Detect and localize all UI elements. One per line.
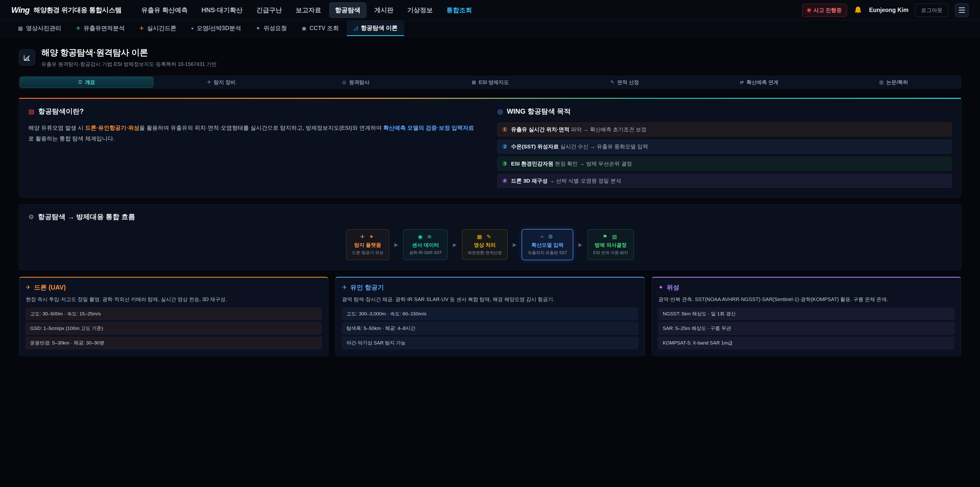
document-icon: ▥ xyxy=(879,80,883,85)
tab-label: 면적 산정 xyxy=(617,79,639,86)
spec-row: NGSST: 5km 해상도 · 일 1회 갱신 xyxy=(659,308,954,320)
topbar-right: 사고 진행중 Eunjeong Kim 로그아웃 xyxy=(802,3,969,17)
remote-sensing-icon: ◎ xyxy=(342,80,346,85)
logout-button[interactable]: 로그아웃 xyxy=(915,3,948,17)
theory-tabs: ☰ 개요 ✈ 탐지 장비 ◎ 원격탐사 ▦ ESI 방제지도 ✎ 면적 산정 ⇄… xyxy=(19,76,961,89)
drone-card-heading: ✈ 드론 (UAV) xyxy=(26,283,321,292)
page-header: 해양 항공탐색·원격탐사 이론 유출유 원격탐지·항공감시 기법·ESI 방제정… xyxy=(19,47,961,68)
aircraft-card-heading: ✈ 유인 항공기 xyxy=(342,283,638,292)
sensor-icons: ◉ ≋ xyxy=(409,234,442,240)
satellite-card-heading: ✦ 위성 xyxy=(659,283,954,292)
circled-number-icon: ② xyxy=(502,143,507,150)
purpose-list: ① 유출유 실시간 위치·면적 파악 → 확산예측 초기조건 보정 ② 수온(S… xyxy=(497,123,952,188)
circled-number-icon: ① xyxy=(502,126,507,133)
arrow-right-icon: ▶ xyxy=(394,241,398,248)
what-is-heading: ▤ 항공탐색이란? xyxy=(28,107,483,116)
drone-icon: ✈ xyxy=(26,284,30,291)
flow-step-model-input: ≈ ⚙ 확산모델 입력 유출위치·유출량·SST xyxy=(522,229,573,260)
subnav-item-image-management[interactable]: ▦ 영상사진관리 xyxy=(11,21,68,36)
nav-item-aerial-search[interactable]: 항공탐색 xyxy=(329,2,366,18)
map-icon: ▦ xyxy=(472,80,476,85)
tab-overview[interactable]: ☰ 개요 xyxy=(20,77,153,88)
nav-item-board[interactable]: 게시판 xyxy=(369,2,399,18)
main-nav: 유출유 확산예측 HNS·대기확산 긴급구난 보고자료 항공탐색 게시판 기상정… xyxy=(135,2,478,18)
card-title: 유인 항공기 xyxy=(350,283,384,292)
flow-step-detection-platform: ✈ ✦ 탐지 플랫폼 드론·항공기·위성 xyxy=(346,229,389,260)
subnav-item-label: 실시간드론 xyxy=(147,24,177,32)
incident-badge-label: 사고 진행중 xyxy=(814,6,842,14)
subnav-item-label: 영상사진관리 xyxy=(26,24,61,32)
tab-prediction-link[interactable]: ⇄ 확산예측 연계 xyxy=(693,77,826,88)
tab-area-calculation[interactable]: ✎ 면적 산정 xyxy=(558,77,691,88)
satellite-icon: ✦ xyxy=(659,284,663,291)
what-is-paragraph: 해양 유류오염 발생 시 드론·유인항공기·위성을 활용하여 유출유의 위치·면… xyxy=(28,123,483,144)
cctv-icon: ◉ xyxy=(302,25,306,31)
nav-item-weather-info[interactable]: 기상정보 xyxy=(401,2,439,18)
purpose-text: ESI 환경민감자원 현장 확인 → 방제 우선순위 결정 xyxy=(511,160,632,167)
purpose-text: 유출유 실시간 위치·면적 파악 → 확산예측 초기조건 보정 xyxy=(511,126,646,133)
image-icon: ▦ xyxy=(18,25,23,31)
flow-step-subtitle: 드론·항공기·위성 xyxy=(352,250,383,255)
platform-card-satellite: ✦ 위성 광역·반복 관측. SST(NOAA AVHRR·NGSST)·SAR… xyxy=(652,277,961,356)
hamburger-icon xyxy=(959,7,965,13)
purpose-item: ④ 드론 3D 재구성 → 선박 식별·오염원 정밀 분석 xyxy=(497,174,952,188)
subnav-item-cctv[interactable]: ◉ CCTV 조회 xyxy=(295,21,345,36)
nav-item-reports[interactable]: 보고자료 xyxy=(290,2,327,18)
page-subtitle: 유출유 원격탐지·항공감시 기법·ESI 방제정보지도·등록특허 10-1567… xyxy=(41,61,217,68)
nav-item-emergency-rescue[interactable]: 긴급구난 xyxy=(251,2,288,18)
notification-bell-icon[interactable] xyxy=(854,6,862,14)
flow-step-image-processing: ▦ ✎ 영상 처리 좌표변환·면적산정 xyxy=(462,229,508,260)
arrow-right-icon: ▶ xyxy=(513,241,517,248)
airplane-icon: ✈ xyxy=(342,284,347,291)
subnav-item-pollution-ship-3d[interactable]: ● 오염/선박3D분석 xyxy=(185,21,248,36)
nav-item-hns-dispersion[interactable]: HNS·대기확산 xyxy=(196,2,248,18)
text-segment: 을 활용하여 유출유의 위치·면적·오염형태를 실시간으로 탐지하고, 방제정보… xyxy=(139,125,383,131)
subnav-item-aerial-theory[interactable]: ◿ 항공탐색 이론 xyxy=(347,21,404,36)
model-icons: ≈ ⚙ xyxy=(528,234,567,240)
pencil-icon: ✎ xyxy=(611,80,614,85)
purpose-item: ② 수온(SST) 위성자료 실시간 수신 → 유출유 풍화모델 입력 xyxy=(497,140,952,153)
subnav-item-realtime-drone[interactable]: ✈ 실시간드론 xyxy=(133,21,183,36)
tab-label: 논문/특허 xyxy=(886,79,908,86)
nav-item-integrated-search[interactable]: 통합조회 xyxy=(441,2,478,18)
what-is-section: ▤ 항공탐색이란? 해양 유류오염 발생 시 드론·유인항공기·위성을 활용하여… xyxy=(28,107,483,188)
app-logo[interactable]: Wing 해양환경 위기대응 통합시스템 xyxy=(11,6,121,15)
spec-row: 고도: 30–500m · 속도: 15–25m/s xyxy=(26,308,321,320)
subnav-item-oil-area-analysis[interactable]: ✳ 유출유면적분석 xyxy=(69,21,131,36)
section-title: 항공탐색이란? xyxy=(38,107,84,116)
nav-item-oil-spill-prediction[interactable]: 유출유 확산예측 xyxy=(135,2,193,18)
page-title: 해양 항공탐색·원격탐사 이론 xyxy=(41,47,217,59)
book-icon: ▤ xyxy=(28,108,35,115)
tab-label: 확산예측 연계 xyxy=(746,79,779,86)
spec-row: SAR: 5–25m 해상도 · 구름 무관 xyxy=(659,322,954,335)
tab-label: 원격탐사 xyxy=(349,79,369,86)
tab-label: ESI 방제지도 xyxy=(479,79,509,86)
spec-row: 운용반경: 5–30km · 체공: 30–90분 xyxy=(26,337,321,349)
target-icon: ◎ xyxy=(497,108,503,115)
main-content: 해양 항공탐색·원격탐사 이론 유출유 원격탐지·항공감시 기법·ESI 방제정… xyxy=(0,36,980,356)
tab-esi-map[interactable]: ▦ ESI 방제지도 xyxy=(424,77,557,88)
circled-number-icon: ④ xyxy=(502,177,507,184)
sub-nav-bar: ▦ 영상사진관리 ✳ 유출유면적분석 ✈ 실시간드론 ● 오염/선박3D분석 ✦… xyxy=(0,21,980,36)
highlight-orange: 드론·유인항공기·위성 xyxy=(85,125,139,131)
decision-icons: ⚑ ▥ xyxy=(593,234,628,240)
subnav-item-label: CCTV 조회 xyxy=(309,24,339,32)
flow-step-title: 영상 처리 xyxy=(468,241,502,249)
gear-icon: ⚙ xyxy=(28,213,34,220)
subnav-item-satellite-request[interactable]: ✦ 위성요청 xyxy=(249,21,294,36)
platform-card-aircraft: ✈ 유인 항공기 광역 탐색·장시간 체공. 광학·IR·SAR·SLAR·UV… xyxy=(335,277,645,356)
platform-icons: ✈ ✦ xyxy=(352,234,383,240)
tab-remote-sensing[interactable]: ◎ 원격탐사 xyxy=(290,77,422,88)
link-icon: ⇄ xyxy=(740,80,744,85)
tab-papers-patents[interactable]: ▥ 논문/특허 xyxy=(827,77,960,88)
subnav-item-label: 유출유면적분석 xyxy=(83,24,124,32)
flow-step-subtitle: 유출위치·유출량·SST xyxy=(528,250,567,255)
flow-diagram: ✈ ✦ 탐지 플랫폼 드론·항공기·위성 ▶ ◉ ≋ 센서 데이터 광학·IR·… xyxy=(28,229,952,260)
purpose-item: ③ ESI 환경민감자원 현장 확인 → 방제 우선순위 결정 xyxy=(497,157,952,171)
section-title: 항공탐색 → 방제대응 통합 흐름 xyxy=(38,212,135,221)
purpose-heading: ◎ WING 항공탐색 목적 xyxy=(497,107,952,116)
tab-detection-equipment[interactable]: ✈ 탐지 장비 xyxy=(155,77,288,88)
tab-label: 탐지 장비 xyxy=(214,79,236,86)
hamburger-menu-button[interactable] xyxy=(955,3,969,17)
circled-number-icon: ③ xyxy=(502,160,507,167)
